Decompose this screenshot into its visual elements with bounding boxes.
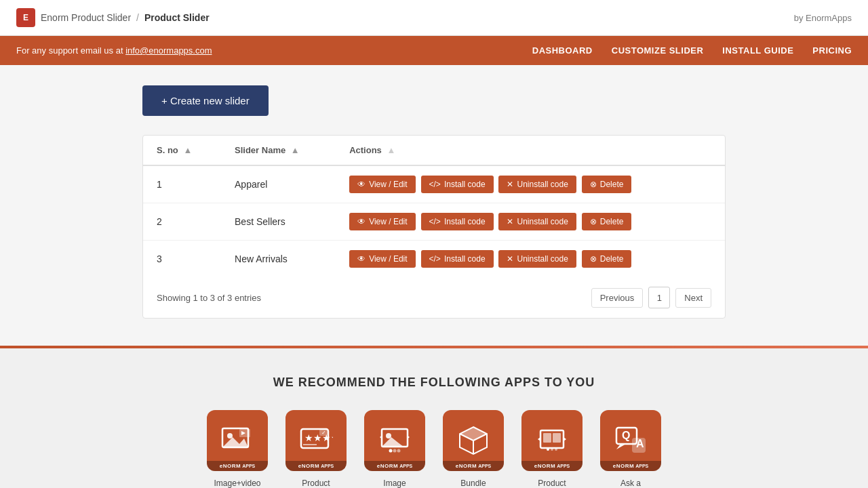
table-row: 1 Apparel 👁 View / Edit </> Install code… (143, 165, 725, 203)
svg-marker-12 (382, 437, 403, 447)
product-name: Product Slider (144, 12, 210, 23)
table-header-row: S. no ▲ Slider Name ▲ Actions ▲ (143, 136, 725, 165)
code-icon: </> (429, 254, 441, 264)
eye-icon: 👁 (357, 254, 366, 264)
svg-rect-25 (553, 433, 561, 443)
app-label-reviews: ProductReviews (300, 478, 331, 488)
svg-point-13 (389, 449, 393, 453)
enorm-badge: eNORM APPS (443, 461, 504, 471)
previous-button[interactable]: Previous (591, 288, 644, 308)
row-sno: 1 (143, 165, 221, 203)
top-bar: E Enorm Product Slider / Product Slider … (0, 0, 868, 36)
by-text: by EnormApps (794, 13, 852, 23)
row-slider-name: Best Sellers (221, 203, 336, 241)
enorm-badge: eNORM APPS (364, 461, 425, 471)
svg-point-14 (393, 449, 397, 453)
view-edit-button[interactable]: 👁 View / Edit (349, 176, 415, 193)
delete-icon: ⊗ (590, 254, 597, 264)
support-email[interactable]: info@enormapps.com (125, 45, 212, 56)
app-icon-ask-question: Q A eNORM APPS (600, 410, 661, 471)
nav-dashboard[interactable]: DASHBOARD (532, 45, 593, 56)
pagination-row: Showing 1 to 3 of 3 entries Previous 1 N… (143, 277, 725, 318)
x-icon: ✕ (507, 254, 513, 264)
install-code-button[interactable]: </> Install code (421, 176, 494, 193)
ask-question-icon: Q A (614, 424, 648, 458)
main-content: + Create new slider S. no ▲ Slider Name … (129, 65, 739, 339)
svg-marker-19 (460, 427, 487, 441)
row-actions: 👁 View / Edit </> Install code ✕ Uninsta… (336, 165, 725, 203)
svg-text:A: A (636, 438, 644, 449)
row-actions: 👁 View / Edit </> Install code ✕ Uninsta… (336, 241, 725, 278)
enorm-badge: eNORM APPS (521, 461, 583, 471)
svg-point-26 (547, 448, 549, 451)
nav-install-guide[interactable]: INSTALL GUIDE (722, 45, 793, 56)
app-icon-image-slider: eNORM APPS (364, 410, 425, 471)
nav-bar: For any support email us at info@enormap… (0, 36, 868, 65)
row-actions: 👁 View / Edit </> Install code ✕ Uninsta… (336, 203, 725, 241)
code-icon: </> (429, 180, 441, 189)
svg-marker-29 (538, 437, 540, 441)
sort-icon-sno[interactable]: ▲ (183, 145, 192, 155)
bundle-icon (456, 424, 490, 458)
svg-text:★★★★★: ★★★★★ (304, 432, 333, 443)
image-slider-icon (378, 424, 412, 458)
app-icon-gallery: eNORM APPS (207, 410, 268, 471)
top-bar-left: E Enorm Product Slider / Product Slider (16, 8, 210, 27)
nav-customize-slider[interactable]: CUSTOMIZE SLIDER (612, 45, 704, 56)
svg-marker-2 (222, 437, 248, 447)
svg-point-27 (551, 448, 553, 451)
app-label-bundle: BundleProducts (457, 478, 489, 488)
uninstall-code-button[interactable]: ✕ Uninstall code (498, 213, 576, 230)
uninstall-code-button[interactable]: ✕ Uninstall code (498, 176, 576, 193)
app-item-image-slider[interactable]: eNORM APPS Imageslider (361, 410, 429, 488)
showing-text: Showing 1 to 3 of 3 entries (157, 293, 261, 303)
x-icon: ✕ (507, 180, 513, 189)
app-item-gallery[interactable]: eNORM APPS Image+videogallery (203, 410, 271, 488)
support-text: For any support email us at info@enormap… (16, 45, 212, 56)
x-icon: ✕ (507, 217, 513, 226)
delete-button[interactable]: ⊗ Delete (582, 176, 632, 193)
recommend-title: WE RECOMMEND THE FOLLOWING APPS TO YOU (14, 375, 854, 390)
app-item-reviews[interactable]: ★★★★★ ✓ eNORM APPS ProductReviews (282, 410, 350, 488)
recommend-section: WE RECOMMEND THE FOLLOWING APPS TO YOU e… (0, 348, 868, 488)
install-code-button[interactable]: </> Install code (421, 213, 494, 230)
nav-pricing[interactable]: PRICING (812, 45, 852, 56)
current-page: 1 (648, 287, 670, 308)
svg-text:✓: ✓ (321, 430, 326, 436)
app-item-product-slider[interactable]: eNORM APPS Productslider (518, 410, 586, 488)
install-code-button[interactable]: </> Install code (421, 250, 494, 268)
uninstall-code-button[interactable]: ✕ Uninstall code (498, 250, 576, 268)
app-icon-reviews: ★★★★★ ✓ eNORM APPS (285, 410, 347, 471)
svg-text:Q: Q (622, 430, 630, 441)
app-name: Enorm Product Slider (41, 12, 131, 23)
sort-icon-name[interactable]: ▲ (291, 145, 300, 155)
table-row: 2 Best Sellers 👁 View / Edit </> Install… (143, 203, 725, 241)
app-item-bundle[interactable]: eNORM APPS BundleProducts (439, 410, 507, 488)
col-slider-name: Slider Name ▲ (221, 136, 336, 165)
create-slider-button[interactable]: + Create new slider (142, 85, 269, 116)
svg-rect-7 (303, 444, 317, 445)
app-item-ask-question[interactable]: Q A eNORM APPS Ask aquestion (597, 410, 665, 488)
view-edit-button[interactable]: 👁 View / Edit (349, 213, 415, 230)
enorm-badge: eNORM APPS (600, 461, 661, 471)
app-label-ask-question: Ask aquestion (615, 478, 646, 488)
svg-rect-24 (543, 433, 551, 443)
svg-marker-30 (564, 437, 566, 441)
table-row: 3 New Arrivals 👁 View / Edit </> Install… (143, 241, 725, 278)
row-slider-name: New Arrivals (221, 241, 336, 278)
breadcrumb-separator: / (136, 12, 139, 23)
app-label-image-slider: Imageslider (383, 478, 406, 488)
app-logo: E (16, 8, 35, 27)
gallery-icon (220, 424, 254, 458)
delete-button[interactable]: ⊗ Delete (582, 250, 632, 268)
sliders-table: S. no ▲ Slider Name ▲ Actions ▲ 1 (143, 136, 725, 277)
col-sno: S. no ▲ (143, 136, 221, 165)
svg-point-15 (397, 449, 401, 453)
svg-point-28 (555, 448, 557, 451)
view-edit-button[interactable]: 👁 View / Edit (349, 250, 415, 268)
delete-button[interactable]: ⊗ Delete (582, 213, 632, 230)
delete-icon: ⊗ (590, 180, 597, 189)
sort-icon-actions: ▲ (387, 145, 395, 155)
next-button[interactable]: Next (675, 288, 711, 308)
svg-point-11 (386, 433, 391, 439)
